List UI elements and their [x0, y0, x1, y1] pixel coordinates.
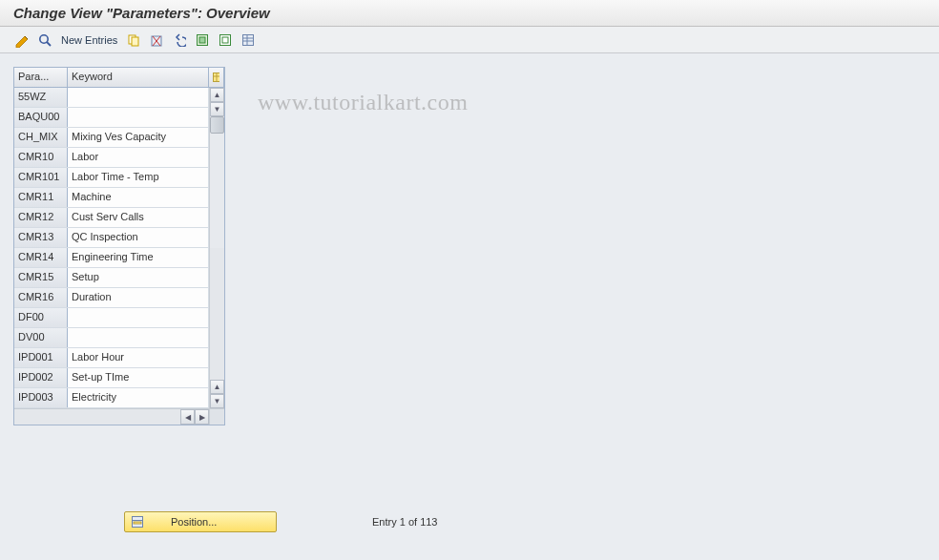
cell-param[interactable]: BAQU00	[14, 108, 68, 127]
cell-param[interactable]: IPD003	[14, 388, 68, 407]
cell-keyword[interactable]: Machine	[68, 188, 209, 207]
svg-point-0	[40, 34, 48, 42]
table-settings-icon[interactable]	[240, 31, 257, 49]
cell-param[interactable]: DV00	[14, 328, 68, 347]
table-row[interactable]: IPD002Set-up TIme	[14, 368, 209, 388]
table-row[interactable]: IPD003Electricity	[14, 388, 209, 408]
cell-param[interactable]: CMR13	[14, 228, 68, 247]
scroll-up2-icon[interactable]: ▲	[210, 380, 224, 394]
cell-param[interactable]: IPD001	[14, 348, 68, 367]
table-row[interactable]: DF00	[14, 308, 209, 328]
cell-param[interactable]: CMR101	[14, 168, 68, 187]
cell-param[interactable]: CMR10	[14, 148, 68, 167]
cell-keyword[interactable]	[68, 308, 209, 327]
cell-keyword[interactable]: Setup	[68, 268, 209, 287]
svg-rect-3	[132, 37, 138, 46]
table-row[interactable]: CMR10Labor	[14, 148, 209, 168]
table-row[interactable]: IPD001Labor Hour	[14, 348, 209, 368]
toolbar: New Entries	[0, 27, 939, 53]
table-row[interactable]: CH_MIXMixing Ves Capacity	[14, 128, 209, 148]
scroll-right-icon[interactable]: ▶	[195, 409, 209, 425]
table-header: Para... Keyword	[14, 68, 224, 88]
scroll-down2-icon[interactable]: ▼	[210, 394, 224, 408]
page-title: Change View "Parameters": Overview	[0, 0, 939, 27]
column-header-keyword[interactable]: Keyword	[68, 68, 209, 87]
table-row[interactable]: CMR12Cust Serv Calls	[14, 208, 209, 228]
deselect-all-icon[interactable]	[217, 31, 234, 49]
cell-keyword[interactable]: Labor Time - Temp	[68, 168, 209, 187]
position-icon	[131, 515, 144, 529]
cell-keyword[interactable]: Cust Serv Calls	[68, 208, 209, 227]
details-icon[interactable]	[36, 31, 53, 49]
scroll-left-icon[interactable]: ◀	[180, 409, 195, 425]
cell-keyword[interactable]	[68, 328, 209, 347]
cell-keyword[interactable]: Labor	[68, 148, 209, 167]
vertical-scrollbar[interactable]: ▲ ▼ ▲ ▼	[209, 88, 224, 408]
position-button-label: Position...	[171, 516, 217, 528]
table-row[interactable]: CMR13QC Inspection	[14, 228, 209, 248]
page-title-text: Change View "Parameters": Overview	[13, 5, 270, 21]
column-header-param[interactable]: Para...	[14, 68, 68, 87]
horizontal-scrollbar[interactable]: ◀ ▶	[14, 408, 224, 425]
cell-keyword[interactable]: Engineering Time	[68, 248, 209, 267]
entry-status: Entry 1 of 113	[372, 516, 438, 528]
cell-param[interactable]: CMR11	[14, 188, 68, 207]
cell-param[interactable]: CMR16	[14, 288, 68, 307]
svg-line-1	[47, 42, 51, 46]
table-row[interactable]: BAQU00	[14, 108, 209, 128]
table-row[interactable]: CMR11Machine	[14, 188, 209, 208]
cell-param[interactable]: CMR15	[14, 268, 68, 287]
scroll-up-icon[interactable]: ▲	[210, 88, 224, 102]
table-row[interactable]: CMR15Setup	[14, 268, 209, 288]
cell-keyword[interactable]: Duration	[68, 288, 209, 307]
cell-keyword[interactable]	[68, 88, 209, 107]
cell-param[interactable]: 55WZ	[14, 88, 68, 107]
table-config-button[interactable]	[209, 68, 224, 87]
cell-keyword[interactable]: Mixing Ves Capacity	[68, 128, 209, 147]
svg-rect-6	[199, 37, 205, 43]
table-row[interactable]: DV00	[14, 328, 209, 348]
parameters-table: Para... Keyword 55WZBAQU00CH_MIXMixing V…	[13, 67, 225, 425]
cell-param[interactable]: CMR14	[14, 248, 68, 267]
svg-rect-9	[243, 34, 254, 45]
cell-keyword[interactable]: Electricity	[68, 388, 209, 407]
scroll-thumb[interactable]	[210, 116, 224, 134]
new-entries-button[interactable]: New Entries	[59, 34, 119, 46]
cell-keyword[interactable]	[68, 108, 209, 127]
delete-icon[interactable]	[148, 31, 165, 49]
cell-param[interactable]: CH_MIX	[14, 128, 68, 147]
toggle-change-icon[interactable]	[13, 31, 31, 49]
cell-keyword[interactable]: Set-up TIme	[68, 368, 209, 387]
select-all-icon[interactable]	[194, 31, 211, 49]
cell-keyword[interactable]: QC Inspection	[68, 228, 209, 247]
watermark: www.tutorialkart.com	[258, 90, 468, 115]
svg-rect-7	[220, 34, 231, 45]
svg-rect-18	[134, 522, 141, 524]
table-row[interactable]: CMR16Duration	[14, 288, 209, 308]
table-row[interactable]: CMR101Labor Time - Temp	[14, 168, 209, 188]
content-area: www.tutorialkart.com Para... Keyword 55W…	[0, 53, 939, 560]
scroll-track[interactable]	[210, 116, 224, 248]
undo-icon[interactable]	[171, 31, 188, 49]
scroll-down-icon[interactable]: ▼	[210, 102, 224, 116]
scroll-corner	[209, 409, 224, 425]
cell-param[interactable]: IPD002	[14, 368, 68, 387]
copy-icon[interactable]	[125, 31, 142, 49]
position-button[interactable]: Position...	[124, 511, 277, 532]
table-row[interactable]: CMR14Engineering Time	[14, 248, 209, 268]
cell-keyword[interactable]: Labor Hour	[68, 348, 209, 367]
cell-param[interactable]: DF00	[14, 308, 68, 327]
table-body: 55WZBAQU00CH_MIXMixing Ves CapacityCMR10…	[14, 88, 209, 408]
table-row[interactable]: 55WZ	[14, 88, 209, 108]
footer-area: Position... Entry 1 of 113	[13, 511, 586, 532]
cell-param[interactable]: CMR12	[14, 208, 68, 227]
